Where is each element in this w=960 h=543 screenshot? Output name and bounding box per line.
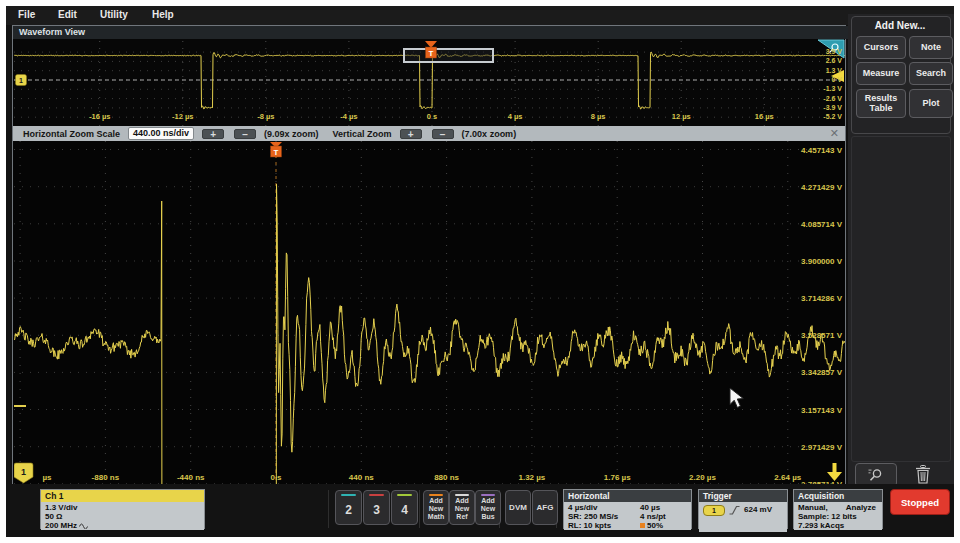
zoomed-graticule[interactable]: T 1 µs-880 ns-440 ns0 s440 ns880 ns1.32 … xyxy=(14,141,845,488)
acquisition-badge[interactable]: Acquisition Manual, Analyze Sample: 12 b… xyxy=(793,489,883,529)
h-zoom-factor: (9.09x zoom) xyxy=(264,129,319,139)
trigger-source-badge: 1 xyxy=(703,505,725,516)
oscilloscope-app: FileEditUtilityHelp Waveform View T 1 xyxy=(6,6,954,537)
overview-graticule[interactable]: T 1 -16 µs-12 µs-8 µs-4 µs0 s4 µs8 µs12 … xyxy=(14,39,845,126)
run-stop-button[interactable]: Stopped xyxy=(890,489,950,515)
rising-edge-icon xyxy=(729,505,740,515)
horizontal-row-right: 4 ns/pt xyxy=(640,512,666,521)
zoom-box[interactable] xyxy=(404,49,493,62)
add-new-color-strip xyxy=(429,494,443,496)
trigger-position-icon xyxy=(640,523,645,528)
svg-text:1: 1 xyxy=(21,467,26,477)
offscreen-below-arrow-icon xyxy=(827,463,842,481)
add-new-math-button[interactable]: AddNewMath xyxy=(423,490,449,525)
zoom-waveform-svg: T 1 xyxy=(14,141,845,488)
acq-count: 7.293 kAcqs xyxy=(798,521,882,530)
channel-2-button[interactable]: 2 xyxy=(335,490,362,525)
trigger-level: 624 mV xyxy=(744,505,772,514)
menu-item-file[interactable]: File xyxy=(18,9,35,20)
menu-bar: FileEditUtilityHelp xyxy=(6,6,954,25)
sidebar-button-results-table[interactable]: Results Table xyxy=(856,89,906,118)
h-zoom-scale-input[interactable]: 440.00 ns/div xyxy=(128,127,194,140)
overview-trigger-letter: T xyxy=(429,49,434,58)
horizontal-row-value: 40 µs xyxy=(640,503,660,512)
horizontal-row-left: SR: 250 MS/s xyxy=(568,512,618,521)
horizontal-badge[interactable]: Horizontal 4 µs/div40 µsSR: 250 MS/s4 ns… xyxy=(563,489,692,529)
afg-button[interactable]: AFG xyxy=(532,490,558,525)
add-new-color-strip xyxy=(481,494,495,496)
v-zoom-plus-button[interactable]: + xyxy=(400,129,422,139)
ch1-impedance: 50 Ω xyxy=(45,512,204,521)
channel-2-color-strip xyxy=(341,494,356,496)
horizontal-row-left: RL: 10 kpts xyxy=(568,521,611,530)
zoom-grid xyxy=(14,141,845,488)
sidebar-button-note[interactable]: Note xyxy=(909,36,953,59)
sidebar-button-plot[interactable]: Plot xyxy=(909,89,953,118)
sidebar-empty-group xyxy=(851,136,951,462)
channel-position-tick xyxy=(14,405,26,407)
trigger-badge[interactable]: Trigger 1 624 mV xyxy=(698,489,788,529)
trigger-title: Trigger xyxy=(699,490,787,502)
ch1-handle-badge[interactable]: 1 xyxy=(14,463,33,483)
close-zoom-icon[interactable]: ✕ xyxy=(830,127,839,140)
sidebar-button-cursors[interactable]: Cursors xyxy=(856,36,906,59)
add-new-title: Add New... xyxy=(848,20,952,31)
sidebar-button-search[interactable]: Search xyxy=(909,62,953,85)
zoom-waveform-trace xyxy=(14,184,845,488)
h-zoom-minus-button[interactable]: − xyxy=(234,129,256,139)
h-zoom-plus-button[interactable]: + xyxy=(202,129,224,139)
menu-item-help[interactable]: Help xyxy=(152,9,174,20)
acq-sample: Sample: 12 bits xyxy=(798,512,882,521)
horizontal-row-value: 4 ns/pt xyxy=(640,512,666,521)
h-zoom-scale-label: Horizontal Zoom Scale xyxy=(23,129,120,139)
magnifier-icon xyxy=(867,468,885,482)
acq-analyze: Analyze xyxy=(846,503,876,512)
horizontal-title: Horizontal xyxy=(564,490,691,502)
ch1-title: Ch 1 xyxy=(41,490,204,502)
dvm-button[interactable]: DVM xyxy=(505,490,531,525)
acquisition-title: Acquisition xyxy=(794,490,882,502)
trigger-level-arrow-icon[interactable] xyxy=(831,70,844,82)
add-new-color-strip xyxy=(455,494,469,496)
add-new-bus-button[interactable]: AddNewBus xyxy=(475,490,501,525)
ch1-badge[interactable]: Ch 1 1.3 V/div 50 Ω 200 MHz xyxy=(40,489,205,529)
ch1-bandwidth: 200 MHz xyxy=(45,521,77,530)
ch1-scale: 1.3 V/div xyxy=(45,503,204,512)
zoom-trigger-flag[interactable]: T xyxy=(270,142,282,157)
trash-icon xyxy=(915,465,931,484)
overview-waveform-svg: T 1 xyxy=(14,39,845,126)
bandwidth-icon xyxy=(79,522,88,529)
sidebar-button-measure[interactable]: Measure xyxy=(856,62,906,85)
waveform-view-title: Waveform View xyxy=(13,26,851,39)
v-zoom-minus-button[interactable]: − xyxy=(432,129,454,139)
channel-4-color-strip xyxy=(397,494,412,496)
menu-item-edit[interactable]: Edit xyxy=(58,9,77,20)
overview-trigger-flag[interactable]: T xyxy=(425,41,437,58)
right-sidebar: Add New... CursorsNoteMeasureSearchResul… xyxy=(848,14,954,484)
bottom-settings-bar: Ch 1 1.3 V/div 50 Ω 200 MHz 234 AddNewMa… xyxy=(6,484,954,537)
svg-text:1: 1 xyxy=(19,77,23,84)
waveform-view-panel: Waveform View T 1 xyxy=(12,25,846,487)
add-new-ref-button[interactable]: AddNewRef xyxy=(449,490,475,525)
acq-mode: Manual, xyxy=(798,503,828,512)
zoom-toolbar: Horizontal Zoom Scale 440.00 ns/div + − … xyxy=(13,126,845,141)
channel-3-color-strip xyxy=(369,494,384,496)
channel-4-button[interactable]: 4 xyxy=(391,490,418,525)
mouse-cursor xyxy=(730,388,743,408)
horizontal-row-value: 50% xyxy=(647,521,663,530)
v-zoom-label: Vertical Zoom xyxy=(333,129,392,139)
horizontal-row-left: 4 µs/div xyxy=(568,503,598,512)
zoom-trigger-letter: T xyxy=(274,148,279,157)
v-zoom-factor: (7.00x zoom) xyxy=(462,129,517,139)
channel-ground-badge[interactable]: 1 xyxy=(16,75,27,86)
horizontal-row-right: 50% xyxy=(640,521,663,530)
channel-3-button[interactable]: 3 xyxy=(363,490,390,525)
horizontal-row-right: 40 µs xyxy=(640,503,660,512)
menu-item-utility[interactable]: Utility xyxy=(100,9,128,20)
